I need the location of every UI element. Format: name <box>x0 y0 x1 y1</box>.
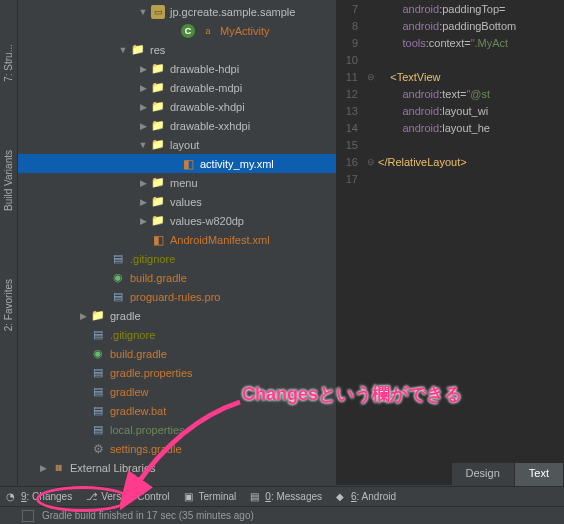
android-icon: a <box>201 24 215 38</box>
project-tree[interactable]: ▭jp.gcreate.sample.sample CaMyActivity r… <box>18 0 336 485</box>
gradle-icon <box>111 271 125 285</box>
editor-line[interactable]: 12 android:text="@st <box>336 85 564 102</box>
left-tool-gutter: 7: Stru... Build Variants 2: Favorites <box>0 0 18 485</box>
editor-line[interactable]: 16⊖</RelativeLayout> <box>336 153 564 170</box>
line-number: 8 <box>336 20 364 32</box>
bottom-tool-terminal[interactable]: ▣Terminal <box>184 491 237 503</box>
tree-drawable[interactable]: drawable-xhdpi <box>18 97 336 116</box>
folder-icon <box>91 309 105 323</box>
folder-icon <box>151 100 165 114</box>
folder-icon <box>131 43 145 57</box>
tree-menu[interactable]: menu <box>18 173 336 192</box>
tree-manifest[interactable]: AndroidManifest.xml <box>18 230 336 249</box>
android-icon: ◆ <box>336 491 348 503</box>
tree-drawable[interactable]: drawable-xxhdpi <box>18 116 336 135</box>
status-bar: Gradle build finished in 17 sec (35 minu… <box>0 506 564 524</box>
messages-icon: ▤ <box>250 491 262 503</box>
package-icon: ▭ <box>151 5 165 19</box>
tree-gradle-props[interactable]: gradle.properties <box>18 363 336 382</box>
status-text: Gradle build finished in 17 sec (35 minu… <box>42 510 254 521</box>
editor-line[interactable]: 11⊖ <TextView <box>336 68 564 85</box>
editor-line[interactable]: 14 android:layout_he <box>336 119 564 136</box>
tree-drawable[interactable]: drawable-mdpi <box>18 78 336 97</box>
line-number: 14 <box>336 122 364 134</box>
bottom-tool-messages[interactable]: ▤0: Messages <box>250 491 322 503</box>
tab-text[interactable]: Text <box>515 463 564 486</box>
folder-icon <box>151 138 165 152</box>
tab-favorites[interactable]: 2: Favorites <box>2 275 15 335</box>
folder-icon <box>151 176 165 190</box>
tree-drawable[interactable]: drawable-hdpi <box>18 59 336 78</box>
line-number: 15 <box>336 139 364 151</box>
tree-root-gitignore[interactable]: .gitignore <box>18 325 336 344</box>
library-icon <box>51 461 65 475</box>
tree-class[interactable]: CaMyActivity <box>18 21 336 40</box>
annotation-callout: Changesという欄ができる <box>242 382 462 406</box>
tree-layout[interactable]: layout <box>18 135 336 154</box>
file-icon <box>91 404 105 418</box>
class-icon: C <box>181 24 195 38</box>
editor-line[interactable]: 7 android:paddingTop= <box>336 0 564 17</box>
line-number: 17 <box>336 173 364 185</box>
tree-local-props[interactable]: local.properties <box>18 420 336 439</box>
line-number: 7 <box>336 3 364 15</box>
tree-package[interactable]: ▭jp.gcreate.sample.sample <box>18 2 336 21</box>
editor-line[interactable]: 8 android:paddingBottom <box>336 17 564 34</box>
tree-root-buildgradle[interactable]: build.gradle <box>18 344 336 363</box>
tab-design[interactable]: Design <box>452 463 515 486</box>
editor-line[interactable]: 10 <box>336 51 564 68</box>
file-icon <box>91 328 105 342</box>
editor-line[interactable]: 13 android:layout_wi <box>336 102 564 119</box>
tree-gitignore[interactable]: .gitignore <box>18 249 336 268</box>
file-icon <box>91 366 105 380</box>
tree-buildgradle[interactable]: build.gradle <box>18 268 336 287</box>
tree-res[interactable]: res <box>18 40 336 59</box>
line-number: 9 <box>336 37 364 49</box>
file-icon <box>91 423 105 437</box>
editor-line[interactable]: 17 <box>336 170 564 187</box>
folder-icon <box>151 195 165 209</box>
folder-icon <box>151 81 165 95</box>
bottom-tool-android[interactable]: ◆6: Android <box>336 491 396 503</box>
editor-mode-tabs: Design Text <box>452 462 564 486</box>
fold-gutter[interactable]: ⊖ <box>364 72 378 82</box>
tree-proguard[interactable]: proguard-rules.pro <box>18 287 336 306</box>
file-icon <box>111 252 125 266</box>
status-indicator <box>22 510 34 522</box>
line-number: 16 <box>336 156 364 168</box>
fold-gutter[interactable]: ⊖ <box>364 157 378 167</box>
terminal-icon: ▣ <box>184 491 196 503</box>
file-icon <box>91 385 105 399</box>
bottom-tool-bar: ◔9: Changes⎇Version Control▣Terminal▤0: … <box>0 486 564 506</box>
changes-icon: ◔ <box>6 491 18 503</box>
folder-icon <box>151 119 165 133</box>
line-number: 12 <box>336 88 364 100</box>
tree-values[interactable]: values <box>18 192 336 211</box>
line-number: 11 <box>336 71 364 83</box>
folder-icon <box>151 214 165 228</box>
tab-build-variants[interactable]: Build Variants <box>2 146 15 215</box>
editor-line[interactable]: 9 tools:context=".MyAct <box>336 34 564 51</box>
bottom-tool-vcs[interactable]: ⎇Version Control <box>86 491 169 503</box>
tab-structure[interactable]: 7: Stru... <box>2 40 15 86</box>
folder-icon <box>151 62 165 76</box>
xml-icon <box>151 233 165 247</box>
xml-icon <box>181 157 195 171</box>
tree-layout-file[interactable]: activity_my.xml <box>18 154 336 173</box>
vcs-icon: ⎇ <box>86 491 98 503</box>
tree-gradle-dir[interactable]: gradle <box>18 306 336 325</box>
bottom-tool-changes[interactable]: ◔9: Changes <box>6 491 72 503</box>
editor-line[interactable]: 15 <box>336 136 564 153</box>
tree-ext-libs[interactable]: External Libraries <box>18 458 336 477</box>
line-number: 13 <box>336 105 364 117</box>
line-number: 10 <box>336 54 364 66</box>
gear-icon <box>91 442 105 456</box>
tree-values-w[interactable]: values-w820dp <box>18 211 336 230</box>
code-editor[interactable]: 7 android:paddingTop=8 android:paddingBo… <box>336 0 564 485</box>
file-icon <box>111 290 125 304</box>
tree-settings-gradle[interactable]: settings.gradle <box>18 439 336 458</box>
gradle-icon <box>91 347 105 361</box>
